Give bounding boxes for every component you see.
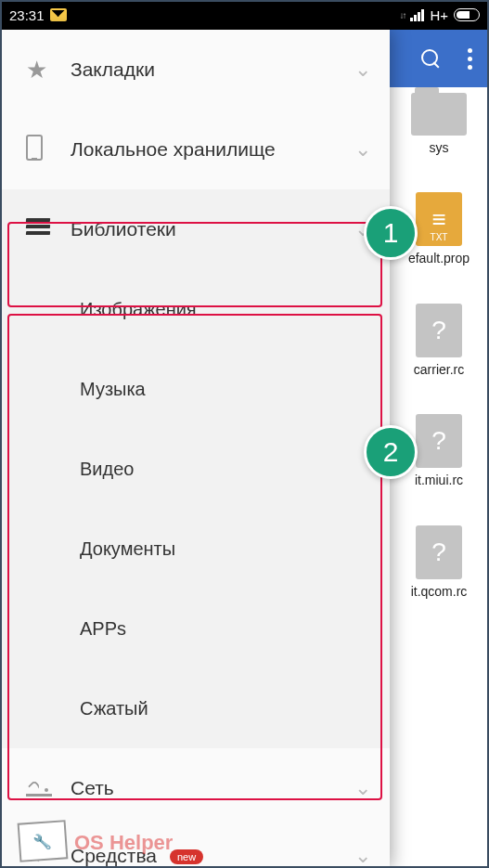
file-grid: sys TXT efault.prop ? carrier.rc ? it.mi… xyxy=(392,93,485,636)
new-badge: new xyxy=(170,849,203,864)
navigation-drawer: Закладки ⌄ Локальное хранилище ⌄ Библиот… xyxy=(0,30,390,868)
watermark-logo: 🔧 xyxy=(18,820,69,862)
annotation-marker-1: 1 xyxy=(364,206,418,260)
file-item[interactable]: ? it.miui.rc xyxy=(415,414,463,487)
unknown-file-icon: ? xyxy=(416,525,462,579)
network-type: H+ xyxy=(430,7,448,23)
file-item[interactable]: ? carrier.rc xyxy=(414,304,464,377)
file-label: efault.prop xyxy=(408,252,470,266)
annotation-box-2 xyxy=(7,314,382,800)
annotation-box-1 xyxy=(7,222,382,307)
file-label: it.qcom.rc xyxy=(411,585,468,599)
file-item[interactable]: sys xyxy=(411,93,467,155)
device-root: 23:31 ↓↑ H+ sys TXT efault.prop ? carrie… xyxy=(0,0,489,868)
star-icon xyxy=(26,60,47,82)
drawer-item-bookmarks[interactable]: Закладки ⌄ xyxy=(0,30,390,110)
txt-file-icon: TXT xyxy=(416,192,462,246)
phone-icon xyxy=(26,135,43,161)
file-label: it.miui.rc xyxy=(415,473,463,487)
unknown-file-icon: ? xyxy=(416,414,462,468)
status-time: 23:31 xyxy=(9,7,45,23)
folder-icon xyxy=(411,93,467,136)
file-item[interactable]: ? it.qcom.rc xyxy=(411,525,468,599)
mail-notification-icon xyxy=(50,8,67,21)
signal-icon xyxy=(410,8,424,21)
annotation-marker-2: 2 xyxy=(364,425,418,479)
chevron-down-icon: ⌄ xyxy=(354,844,371,868)
search-icon[interactable] xyxy=(419,47,442,70)
file-label: sys xyxy=(411,141,467,155)
drawer-item-local-storage[interactable]: Локальное хранилище ⌄ xyxy=(0,110,390,189)
file-label: carrier.rc xyxy=(414,363,464,377)
overflow-menu-icon[interactable] xyxy=(468,48,472,70)
chevron-down-icon: ⌄ xyxy=(354,58,371,82)
drawer-label: Локальное хранилище xyxy=(71,138,354,161)
unknown-file-icon: ? xyxy=(416,304,462,357)
data-activity-icon: ↓↑ xyxy=(399,10,405,20)
battery-icon xyxy=(454,8,480,21)
watermark-text: OS Helper xyxy=(74,831,173,855)
chevron-down-icon: ⌄ xyxy=(354,137,371,162)
drawer-label: Закладки xyxy=(71,58,354,81)
status-bar: 23:31 ↓↑ H+ xyxy=(0,0,489,30)
